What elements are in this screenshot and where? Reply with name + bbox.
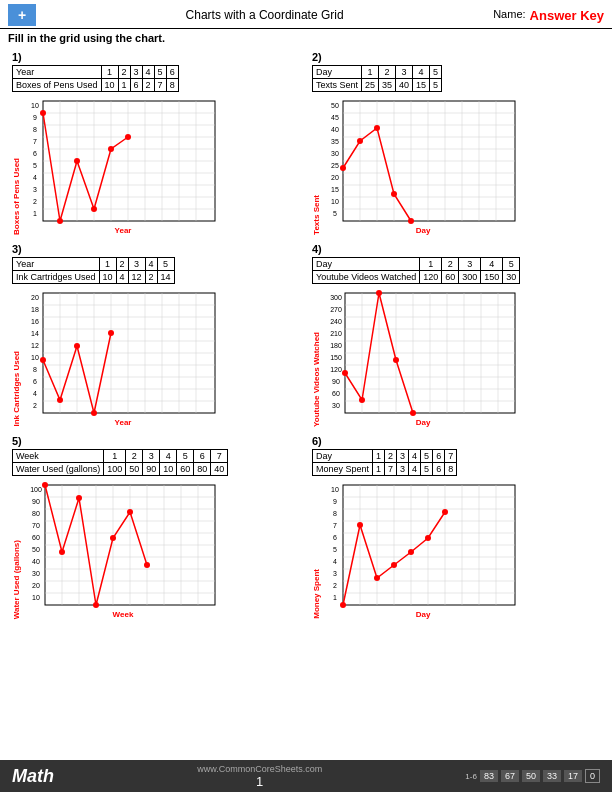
svg-point-44 <box>125 134 131 140</box>
svg-text:7: 7 <box>33 138 37 145</box>
problem-2-svg: 50 45 40 35 30 25 20 15 10 5 <box>323 95 523 225</box>
problem-4-table: Day 12345 Youtube Videos Watched 1206030… <box>312 257 520 284</box>
svg-point-130 <box>74 343 80 349</box>
problem-4-chart: Youtube Videos Watched 300 270 240 210 1… <box>312 287 600 427</box>
svg-text:15: 15 <box>331 186 339 193</box>
svg-point-263 <box>357 522 363 528</box>
problem-5-number: 5) <box>12 435 300 447</box>
problem-2-chart-area: 50 45 40 35 30 25 20 15 10 5 <box>323 95 523 235</box>
svg-text:40: 40 <box>32 558 40 565</box>
problem-1-table: Year 123456 Boxes of Pens Used 1016278 <box>12 65 179 92</box>
problem-1: 1) Year 123456 Boxes of Pens Used 101627… <box>6 47 306 239</box>
problem-5-table: Week 1234567 Water Used (gallons) 100509… <box>12 449 228 476</box>
svg-text:10: 10 <box>331 486 339 493</box>
name-label: Name: <box>493 8 525 23</box>
svg-point-219 <box>93 602 99 608</box>
score-0: 0 <box>585 769 600 783</box>
svg-point-86 <box>374 125 380 131</box>
page-header: + Charts with a Coordinate Grid Name: An… <box>0 0 612 29</box>
svg-text:60: 60 <box>332 390 340 397</box>
svg-text:35: 35 <box>331 138 339 145</box>
problem-2-x-label: Day <box>323 226 523 235</box>
footer-website: www.CommonCoreSheets.com 1 <box>197 764 322 789</box>
svg-text:2: 2 <box>33 198 37 205</box>
svg-point-173 <box>359 397 365 403</box>
svg-point-39 <box>40 110 46 116</box>
problem-4-y-label: Youtube Videos Watched <box>312 332 321 427</box>
svg-text:3: 3 <box>33 186 37 193</box>
svg-text:210: 210 <box>330 330 342 337</box>
svg-point-43 <box>108 146 114 152</box>
svg-point-216 <box>42 482 48 488</box>
svg-text:3: 3 <box>333 570 337 577</box>
svg-text:20: 20 <box>331 174 339 181</box>
svg-point-265 <box>391 562 397 568</box>
svg-text:30: 30 <box>332 402 340 409</box>
svg-text:240: 240 <box>330 318 342 325</box>
problem-6: 6) Day 1234567 Money Spent 1734568 Money… <box>306 431 606 623</box>
svg-text:25: 25 <box>331 162 339 169</box>
problem-3-chart: Ink Cartridges Used 20 18 16 14 12 10 8 … <box>12 287 300 427</box>
svg-text:8: 8 <box>333 510 337 517</box>
svg-point-87 <box>391 191 397 197</box>
problem-2-y-label: Texts Sent <box>312 195 321 235</box>
problem-3: 3) Year 12345 Ink Cartridges Used 104122… <box>6 239 306 431</box>
svg-text:9: 9 <box>33 114 37 121</box>
problem-1-number: 1) <box>12 51 300 63</box>
svg-text:80: 80 <box>32 510 40 517</box>
problem-6-chart-area: 10 9 8 7 6 5 4 3 2 1 <box>323 479 523 619</box>
svg-text:2: 2 <box>33 402 37 409</box>
score-50: 50 <box>522 770 540 782</box>
score-83: 83 <box>480 770 498 782</box>
svg-point-84 <box>340 165 346 171</box>
problem-3-y-label: Ink Cartridges Used <box>12 351 21 427</box>
svg-point-218 <box>76 495 82 501</box>
svg-text:2: 2 <box>333 582 337 589</box>
svg-text:8: 8 <box>33 126 37 133</box>
svg-point-268 <box>442 509 448 515</box>
svg-text:60: 60 <box>32 534 40 541</box>
svg-text:180: 180 <box>330 342 342 349</box>
page-footer: Math www.CommonCoreSheets.com 1 1-6 83 6… <box>0 760 612 792</box>
svg-point-129 <box>57 397 63 403</box>
problem-5-chart-area: 100 90 80 70 60 50 40 30 20 10 <box>23 479 223 619</box>
problem-6-number: 6) <box>312 435 600 447</box>
problem-2-number: 2) <box>312 51 600 63</box>
problem-4-svg: 300 270 240 210 180 150 120 90 60 30 <box>323 287 523 417</box>
score-range: 1-6 <box>465 772 477 781</box>
problem-1-chart: Boxes of Pens Used 10 9 8 7 6 5 <box>12 95 300 235</box>
score-67: 67 <box>501 770 519 782</box>
problem-1-y-label: Boxes of Pens Used <box>12 158 21 235</box>
name-section: Name: Answer Key <box>493 8 604 23</box>
svg-text:6: 6 <box>33 378 37 385</box>
problem-6-svg: 10 9 8 7 6 5 4 3 2 1 <box>323 479 523 609</box>
svg-text:4: 4 <box>333 558 337 565</box>
problem-5-svg: 100 90 80 70 60 50 40 30 20 10 <box>23 479 223 609</box>
problem-5-x-label: Week <box>23 610 223 619</box>
svg-point-267 <box>425 535 431 541</box>
footer-scores: 1-6 83 67 50 33 17 0 <box>465 769 600 783</box>
problems-grid: 1) Year 123456 Boxes of Pens Used 101627… <box>0 47 612 623</box>
svg-point-131 <box>91 410 97 416</box>
svg-text:45: 45 <box>331 114 339 121</box>
svg-text:6: 6 <box>33 150 37 157</box>
svg-text:90: 90 <box>32 498 40 505</box>
problem-3-number: 3) <box>12 243 300 255</box>
svg-text:6: 6 <box>333 534 337 541</box>
svg-text:12: 12 <box>31 342 39 349</box>
svg-point-132 <box>108 330 114 336</box>
svg-text:4: 4 <box>33 174 37 181</box>
problem-6-y-label: Money Spent <box>312 569 321 619</box>
problem-3-svg: 20 18 16 14 12 10 8 6 4 2 <box>23 287 223 417</box>
svg-text:50: 50 <box>32 546 40 553</box>
score-33: 33 <box>543 770 561 782</box>
svg-point-262 <box>340 602 346 608</box>
svg-text:10: 10 <box>31 102 39 109</box>
svg-point-88 <box>408 218 414 224</box>
svg-text:5: 5 <box>33 162 37 169</box>
svg-text:9: 9 <box>333 498 337 505</box>
svg-point-176 <box>410 410 416 416</box>
svg-text:5: 5 <box>333 210 337 217</box>
svg-text:30: 30 <box>32 570 40 577</box>
problem-3-x-label: Year <box>23 418 223 427</box>
